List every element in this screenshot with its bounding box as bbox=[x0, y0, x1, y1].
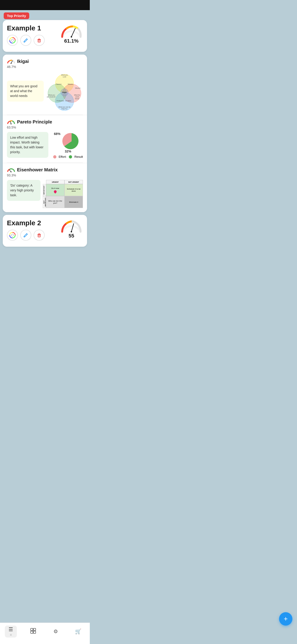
eisenhower-title: Eisenhower Matrix bbox=[17, 167, 58, 172]
pareto-title: Pareto Principle bbox=[17, 119, 52, 124]
pareto-section: Pareto Principle 63.5% Low effort and hi… bbox=[3, 115, 87, 162]
svg-point-6 bbox=[10, 63, 12, 64]
svg-text:Love: Love bbox=[62, 76, 66, 78]
ikigai-section: Ikigai 46.7% What you are good at and wh… bbox=[3, 54, 87, 115]
svg-text:What the: What the bbox=[74, 94, 80, 96]
svg-point-32 bbox=[11, 234, 14, 236]
status-bar bbox=[0, 0, 90, 10]
svg-rect-2 bbox=[38, 40, 40, 42]
eisenhower-percent: 93.3% bbox=[7, 174, 83, 177]
pareto-description: Low effort and high impact. Worth taking… bbox=[7, 132, 48, 158]
edit-button[interactable] bbox=[20, 35, 31, 46]
top-priority-badge: Top Priority bbox=[4, 12, 29, 19]
analysis-card: Ikigai 46.7% What you are good at and wh… bbox=[3, 54, 87, 212]
svg-text:Paid For: Paid For bbox=[62, 108, 68, 110]
svg-text:are Good At: are Good At bbox=[47, 96, 55, 98]
example2-edit-button[interactable] bbox=[20, 230, 31, 241]
svg-point-1 bbox=[11, 39, 14, 42]
ikigai-button[interactable] bbox=[7, 35, 18, 46]
svg-text:What you: What you bbox=[61, 74, 68, 76]
legend-effort: Effort: bbox=[59, 155, 66, 158]
example2-card: Example 2 bbox=[3, 215, 87, 247]
example1-percent: 61.1% bbox=[64, 38, 78, 44]
pareto-percent: 63.5% bbox=[7, 126, 83, 129]
pareto-effort-label: 32% bbox=[65, 150, 71, 153]
svg-text:Ikigai: Ikigai bbox=[62, 91, 66, 93]
svg-text:Vocation: Vocation bbox=[65, 100, 71, 102]
example1-card: Example 1 bbox=[3, 20, 87, 52]
example2-percent: 55 bbox=[68, 233, 74, 239]
svg-line-34 bbox=[71, 224, 74, 232]
ikigai-description: What you are good at and what the world … bbox=[7, 80, 44, 102]
svg-point-35 bbox=[71, 231, 72, 232]
eisenhower-description: 'Do' category: A very high priority task… bbox=[7, 180, 40, 201]
ikigai-diagram: What you Love Mission What the world Nee… bbox=[46, 72, 83, 110]
example2-title: Example 2 bbox=[7, 219, 45, 227]
svg-point-30 bbox=[10, 171, 12, 172]
svg-text:Passion: Passion bbox=[56, 84, 62, 85]
pareto-result-label: 68% bbox=[54, 132, 60, 136]
ikigai-title: Ikigai bbox=[17, 59, 29, 64]
pareto-pie-chart bbox=[61, 132, 82, 150]
svg-text:What you: What you bbox=[48, 94, 55, 96]
svg-text:world: world bbox=[75, 96, 79, 98]
legend-result: Result bbox=[74, 155, 83, 158]
svg-point-4 bbox=[71, 36, 72, 38]
ikigai-percent: 46.7% bbox=[7, 65, 83, 69]
svg-text:Mission: Mission bbox=[75, 87, 80, 89]
example2-delete-button[interactable] bbox=[34, 230, 45, 241]
svg-text:What you can be: What you can be bbox=[58, 106, 71, 108]
eisenhower-section: Eisenhower Matrix 93.3% 'Do' category: A… bbox=[3, 163, 87, 212]
example1-title: Example 1 bbox=[7, 24, 45, 32]
svg-rect-33 bbox=[38, 234, 40, 237]
example1-gauge: 61.1% bbox=[60, 24, 83, 44]
svg-point-28 bbox=[10, 124, 12, 124]
svg-text:Mission: Mission bbox=[68, 84, 73, 85]
svg-text:Needs: Needs bbox=[75, 98, 80, 100]
eisenhower-matrix: IMPORTANT NOT IMPORTANT URGENT NOT URGEN… bbox=[43, 180, 83, 208]
example2-ikigai-button[interactable] bbox=[7, 230, 18, 241]
example2-gauge: 55 bbox=[60, 219, 83, 239]
svg-text:Profession: Profession bbox=[56, 100, 64, 102]
delete-button[interactable] bbox=[34, 35, 45, 46]
